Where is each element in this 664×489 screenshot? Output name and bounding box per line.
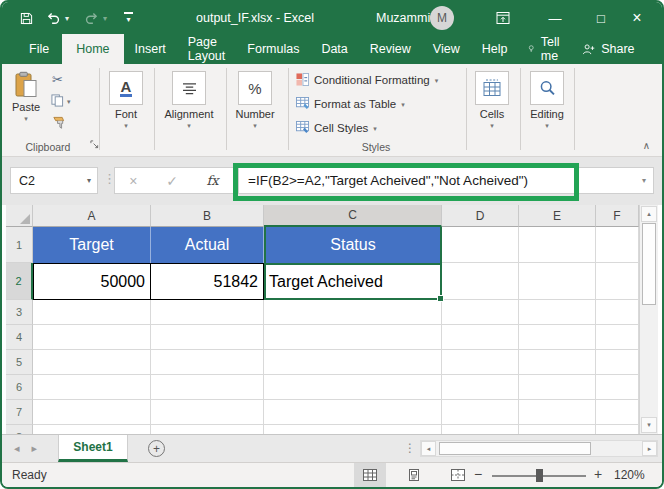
cell[interactable] bbox=[442, 300, 519, 325]
cell[interactable] bbox=[33, 350, 151, 375]
horizontal-scroll-thumb[interactable] bbox=[439, 442, 591, 455]
page-break-preview-button[interactable] bbox=[442, 463, 474, 487]
cell[interactable] bbox=[596, 375, 639, 400]
sheet-nav-arrows[interactable]: ◂▸ bbox=[14, 442, 49, 455]
cells-group-button[interactable]: Cells ▾ bbox=[473, 71, 511, 130]
tab-file[interactable]: File bbox=[16, 34, 62, 64]
cell[interactable] bbox=[264, 300, 442, 325]
cell-b1-actual[interactable]: Actual bbox=[151, 227, 264, 263]
save-button[interactable] bbox=[20, 2, 33, 34]
row-header-7[interactable]: 7 bbox=[6, 400, 33, 425]
tab-view[interactable]: View bbox=[422, 34, 471, 64]
row-header-6[interactable]: 6 bbox=[6, 375, 33, 400]
clipboard-dialog-launcher[interactable] bbox=[90, 139, 99, 151]
enter-icon[interactable]: ✓ bbox=[166, 173, 178, 189]
expand-formula-bar-icon[interactable]: ▾ bbox=[642, 176, 646, 185]
tab-review[interactable]: Review bbox=[359, 34, 422, 64]
cell[interactable] bbox=[519, 425, 596, 434]
zoom-in-button[interactable]: + bbox=[594, 466, 602, 482]
cell[interactable] bbox=[33, 400, 151, 425]
page-layout-view-button[interactable] bbox=[398, 463, 430, 487]
cell[interactable] bbox=[519, 375, 596, 400]
cell[interactable] bbox=[596, 325, 639, 350]
cell[interactable] bbox=[596, 300, 639, 325]
zoom-out-button[interactable]: − bbox=[474, 466, 482, 482]
cell[interactable] bbox=[264, 325, 442, 350]
scroll-left-button[interactable]: ◂ bbox=[421, 441, 436, 456]
cell[interactable] bbox=[33, 325, 151, 350]
redo-dropdown[interactable]: ▾ bbox=[103, 2, 107, 34]
cell[interactable] bbox=[151, 375, 264, 400]
column-header-e[interactable]: E bbox=[519, 205, 596, 227]
column-header-c[interactable]: C bbox=[264, 205, 442, 227]
tab-data[interactable]: Data bbox=[310, 34, 358, 64]
column-header-b[interactable]: B bbox=[151, 205, 264, 227]
cell-a2-target-value[interactable]: 50000 bbox=[33, 263, 151, 300]
fill-handle[interactable] bbox=[437, 295, 444, 302]
cell[interactable] bbox=[33, 375, 151, 400]
cell[interactable] bbox=[596, 425, 639, 434]
zoom-level[interactable]: 120% bbox=[614, 468, 645, 482]
cell-c1-status[interactable]: Status bbox=[264, 227, 442, 263]
cell[interactable] bbox=[151, 300, 264, 325]
tab-formulas[interactable]: Formulas bbox=[236, 34, 310, 64]
number-group-button[interactable]: % Number ▾ bbox=[231, 71, 279, 130]
column-header-a[interactable]: A bbox=[33, 205, 151, 227]
tab-home[interactable]: Home bbox=[62, 34, 123, 64]
undo-button[interactable] bbox=[46, 2, 61, 34]
cell[interactable] bbox=[519, 300, 596, 325]
row-header-5[interactable]: 5 bbox=[6, 350, 33, 375]
vertical-scrollbar[interactable]: ▴ ▾ bbox=[639, 205, 658, 434]
cancel-icon[interactable]: × bbox=[129, 173, 137, 189]
new-sheet-button[interactable]: + bbox=[148, 440, 165, 457]
cut-button[interactable]: ✂ bbox=[52, 72, 63, 87]
row-header-8[interactable]: 8 bbox=[6, 425, 33, 434]
cell[interactable] bbox=[442, 325, 519, 350]
ribbon-display-options-button[interactable] bbox=[496, 2, 510, 34]
cell-a1-target[interactable]: Target bbox=[33, 227, 151, 263]
sheet-tab-sheet1[interactable]: Sheet1 bbox=[58, 435, 128, 462]
account-name[interactable]: Muzammil bbox=[376, 11, 433, 25]
cell-b2-actual-value[interactable]: 51842 bbox=[151, 263, 264, 300]
undo-dropdown[interactable]: ▾ bbox=[65, 2, 69, 34]
insert-function-icon[interactable]: fx bbox=[207, 173, 219, 188]
scroll-down-button[interactable]: ▾ bbox=[641, 417, 657, 433]
cell[interactable] bbox=[519, 227, 596, 263]
close-button[interactable]: × bbox=[624, 2, 650, 34]
normal-view-button[interactable] bbox=[354, 463, 386, 487]
copy-button[interactable]: ▾ bbox=[51, 94, 71, 107]
cell[interactable] bbox=[596, 400, 639, 425]
cell[interactable] bbox=[151, 350, 264, 375]
cell[interactable] bbox=[442, 400, 519, 425]
tab-insert[interactable]: Insert bbox=[124, 34, 177, 64]
column-header-f[interactable]: F bbox=[596, 205, 639, 227]
scroll-up-button[interactable]: ▴ bbox=[641, 206, 657, 222]
tell-me-box[interactable]: Tell me bbox=[518, 34, 574, 64]
tab-help[interactable]: Help bbox=[471, 34, 519, 64]
name-box[interactable]: C2 ▾ bbox=[10, 167, 98, 194]
cell[interactable] bbox=[596, 350, 639, 375]
cell[interactable] bbox=[264, 400, 442, 425]
cell[interactable] bbox=[519, 350, 596, 375]
cell[interactable] bbox=[519, 325, 596, 350]
cell[interactable] bbox=[151, 325, 264, 350]
font-group-button[interactable]: A Font ▾ bbox=[108, 71, 144, 130]
paste-button[interactable]: Paste ▾ bbox=[12, 71, 40, 123]
scroll-right-button[interactable]: ▸ bbox=[642, 441, 657, 456]
cell[interactable] bbox=[264, 375, 442, 400]
cell[interactable] bbox=[33, 425, 151, 434]
cell[interactable] bbox=[151, 425, 264, 434]
vertical-scroll-thumb[interactable] bbox=[642, 223, 656, 305]
row-header-3[interactable]: 3 bbox=[6, 300, 33, 325]
conditional-formatting-button[interactable]: Conditional Formatting ▾ bbox=[296, 73, 438, 86]
cell[interactable] bbox=[442, 350, 519, 375]
redo-button[interactable] bbox=[84, 2, 99, 34]
select-all-corner[interactable] bbox=[6, 205, 33, 227]
zoom-slider-handle[interactable] bbox=[536, 469, 543, 482]
horizontal-scrollbar[interactable]: ◂ ▸ bbox=[420, 440, 658, 457]
cell[interactable] bbox=[596, 263, 639, 300]
cell[interactable] bbox=[519, 263, 596, 300]
cell[interactable] bbox=[264, 425, 442, 434]
row-header-1[interactable]: 1 bbox=[6, 227, 33, 263]
editing-group-button[interactable]: Editing ▾ bbox=[525, 71, 569, 130]
